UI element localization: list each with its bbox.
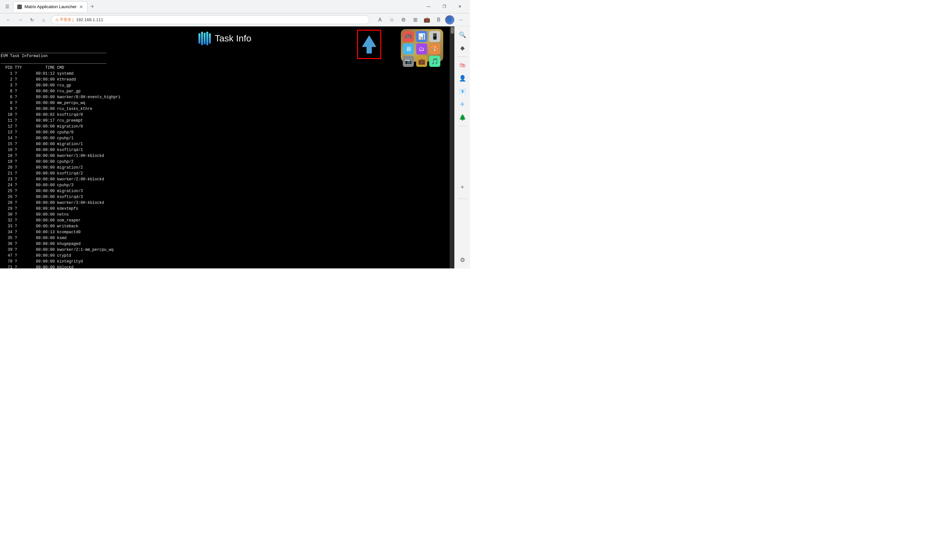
minimize-button[interactable]: — [421,0,436,13]
tree-sidebar-btn[interactable]: 🌲 [457,112,468,123]
back-button[interactable]: ← [4,15,13,25]
tab-close-btn[interactable]: ✕ [79,4,83,9]
logo-bar-3 [204,32,206,45]
home-button[interactable]: ⌂ [39,15,48,25]
page-area: Task Info 🎮 📊 📱 🖥 🗂 🎨 📷 💼 🎵 _ [0,26,470,268]
task-row: 32 ? 00:00:00 oom_reaper [1,217,450,223]
window-controls: — ❐ ✕ [421,0,467,13]
logo-bar-1 [199,33,200,44]
task-row: 19 ? 00:00:00 cpuhp/2 [1,158,450,164]
favorites-sidebar-btn[interactable]: ◆ [457,42,468,54]
outlook-sidebar-btn[interactable]: 📧 [457,85,468,97]
forward-button[interactable]: → [16,15,25,25]
app-icon-9[interactable]: 🎵 [429,56,440,67]
app-grid: 🎮 📊 📱 🖥 🗂 🎨 📷 💼 🎵 [401,29,443,62]
address-text: 192.168.1.111 [76,17,103,22]
logo-icon [199,32,211,45]
app-icon-1[interactable]: 🎮 [403,31,414,42]
navigation-bar: ← → ↻ ⌂ ⚠ 不安全 | 192.168.1.111 A ☆ ⚙ ⊞ 💼 … [0,13,470,26]
person-sidebar-btn[interactable]: 👤 [457,72,468,84]
scrollbar[interactable] [450,26,455,268]
task-row: 8 ? 00:00:00 mm_percpu_wq [1,100,450,105]
task-info-container: ________________________________________… [0,48,450,268]
task-row: 3 ? 00:00:00 rcu_gp [1,82,450,88]
profile-avatar[interactable]: 👤 [445,15,455,25]
bag-sidebar-btn[interactable]: 🛍 [457,59,468,71]
task-row: 20 ? 00:00:00 migration/2 [1,164,450,170]
task-row: 13 ? 00:00:00 cpuhp/0 [1,129,450,135]
send-sidebar-btn[interactable]: ✈ [457,98,468,110]
task-row: 28 ? 00:00:00 kworker/3:0H-kblockd [1,199,450,205]
task-row: 9 ? 00:00:00 rcu_tasks_kthre [1,105,450,111]
task-divider-top: ________________________________________… [1,48,450,54]
app-icon-4[interactable]: 🖥 [403,43,414,54]
task-row: 14 ? 00:00:00 cpuhp/1 [1,135,450,141]
app-icon-2[interactable]: 📊 [416,31,427,42]
tab-title: Matrix Application Launcher [25,4,77,9]
task-row: 21 ? 00:00:00 ksoftirqd/2 [1,170,450,176]
nav-icons: A ☆ ⚙ ⊞ 💼 B 👤 ··· [375,15,466,25]
task-row: 29 ? 00:00:00 kdevtmpfs [1,205,450,211]
edge-sidebar: 🔍 ◆ 🛍 👤 📧 ✈ 🌲 + ⚙ [455,26,470,268]
task-row: 10 ? 00:00:02 ksoftirqd/0 [1,111,450,117]
up-arrow-button[interactable] [357,30,381,59]
task-row: 2 ? 00:00:00 kthreadd [1,76,450,82]
collections-icon[interactable]: ⊞ [410,15,421,25]
task-row: 70 ? 00:00:00 kintegrityd [1,258,450,264]
translate-icon[interactable]: A [375,15,385,25]
task-row: 71 ? 00:00:00 kblockd [1,264,450,268]
browser-tab[interactable]: Matrix Application Launcher ✕ [13,1,88,12]
task-row: 39 ? 00:00:00 kworker/2:1-mm_percpu_wq [1,246,450,252]
task-row: 33 ? 00:00:00 writeback [1,223,450,229]
search-sidebar-btn[interactable]: 🔍 [457,29,468,41]
task-row: 18 ? 00:00:00 kworker/1:0H-kblockd [1,152,450,158]
task-column-headers: PID TTY TIME CMD [1,64,450,70]
task-row: 16 ? 00:00:00 ksoftirqd/1 [1,146,450,152]
add-sidebar-btn[interactable]: + [457,182,468,194]
up-arrow-container [357,30,381,59]
app-icon-3[interactable]: 📱 [429,31,440,42]
app-icon-5[interactable]: 🗂 [416,43,427,54]
maximize-button[interactable]: ❐ [437,0,452,13]
task-row: 34 ? 00:00:13 kcompactd0 [1,229,450,234]
task-row: 6 ? 00:00:00 kworker/0:0H-events_highpri [1,94,450,100]
task-row: 1 ? 00:01:12 systemd [1,70,450,76]
wallet-icon[interactable]: 💼 [422,15,432,25]
extensions-icon[interactable]: ⚙ [398,15,408,25]
task-row: 24 ? 00:00:00 cpuhp/3 [1,182,450,188]
tab-favicon [17,5,22,9]
task-row: 23 ? 00:00:00 kworker/2:0H-kblockd [1,176,450,182]
logo-bar-4 [206,32,208,45]
task-row: 30 ? 00:00:00 netns [1,211,450,217]
app-icon-7[interactable]: 📷 [403,56,414,67]
task-row: 47 ? 00:00:00 cryptd [1,252,450,258]
app-icon-6[interactable]: 🎨 [429,43,440,54]
title-bar: ☰ Matrix Application Launcher ✕ + — ❐ ✕ [0,0,470,13]
task-row: 26 ? 00:00:00 ksoftirqd/3 [1,194,450,199]
settings-sidebar-btn[interactable]: ⚙ [457,254,468,266]
sidebar-toggle[interactable]: ☰ [3,2,12,11]
bing-icon[interactable]: B [433,15,444,25]
new-tab-button[interactable]: + [89,3,96,10]
sidebar-separator-3 [458,198,467,199]
task-row: 11 ? 00:00:17 rcu_preempt [1,117,450,123]
page-title: Task Info [215,33,251,44]
address-bar[interactable]: ⚠ 不安全 | 192.168.1.111 [51,15,370,24]
security-warning: ⚠ 不安全 | [55,17,74,23]
refresh-button[interactable]: ↻ [28,15,37,25]
favorites-icon[interactable]: ☆ [387,15,397,25]
page-header: Task Info [0,26,450,48]
task-row: 36 ? 00:00:00 khugepaged [1,240,450,246]
task-row: 15 ? 00:00:00 migration/1 [1,141,450,146]
task-row: 35 ? 00:00:00 ksmd [1,234,450,240]
task-divider-bottom: ________________________________________… [1,58,450,64]
logo-bar-5 [209,33,211,44]
task-row: 12 ? 00:00:00 migration/0 [1,123,450,129]
menu-button[interactable]: ··· [456,15,466,25]
task-rows: 1 ? 00:01:12 systemd 2 ? 00:00:00 kthrea… [1,70,450,268]
task-row: 25 ? 00:00:00 migration/3 [1,188,450,194]
content-area: Task Info 🎮 📊 📱 🖥 🗂 🎨 📷 💼 🎵 _ [0,26,450,268]
close-button[interactable]: ✕ [452,0,467,13]
scroll-thumb[interactable] [451,27,454,34]
app-icon-8[interactable]: 💼 [416,56,427,67]
